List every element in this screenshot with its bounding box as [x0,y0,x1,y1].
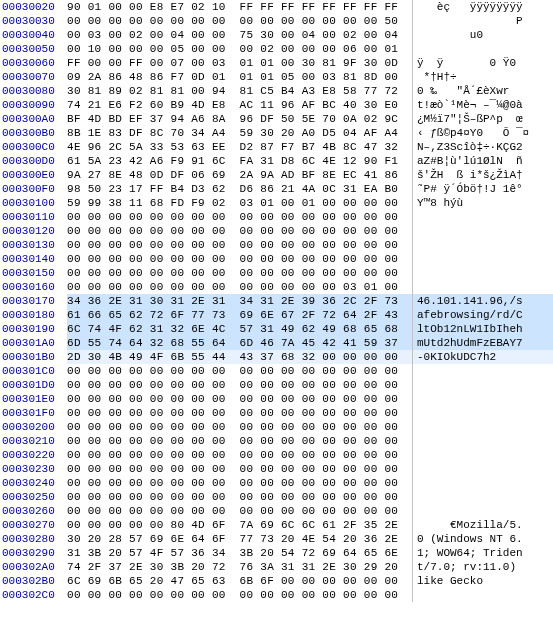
ascii-cell[interactable]: 0 ‰ "Å´£èXwr [412,84,553,98]
hex-cell[interactable]: 61 5A 23 42 A6 F9 91 6C FA 31 D8 6C 4E 1… [67,154,412,168]
hex-row[interactable]: 000300D061 5A 23 42 A6 F9 91 6C FA 31 D8… [0,154,553,168]
ascii-cell[interactable] [412,42,553,56]
hex-cell[interactable]: 90 01 00 00 E8 E7 02 10 FF FF FF FF FF F… [67,0,412,14]
ascii-cell[interactable]: *†H†÷ [412,70,553,84]
hex-cell[interactable]: 00 00 00 00 00 00 00 00 00 00 00 00 00 0… [67,364,412,378]
hex-cell[interactable]: 00 00 00 00 00 00 00 00 00 00 00 00 00 0… [67,588,412,602]
ascii-cell[interactable] [412,210,553,224]
hex-row[interactable]: 000301D000 00 00 00 00 00 00 00 00 00 00… [0,378,553,392]
ascii-cell[interactable]: ÿ ÿ 0 Ÿ0 [412,56,553,70]
hex-cell[interactable]: 00 00 00 00 00 00 00 00 00 00 00 00 00 0… [67,476,412,490]
hex-row[interactable]: 0003025000 00 00 00 00 00 00 00 00 00 00… [0,490,553,504]
hex-cell[interactable]: 74 21 E6 F2 60 B9 4D E8 AC 11 96 AF BC 4… [67,98,412,112]
ascii-cell[interactable]: èç ÿÿÿÿÿÿÿÿ [412,0,553,14]
hex-row[interactable]: 0003024000 00 00 00 00 00 00 00 00 00 00… [0,476,553,490]
ascii-cell[interactable] [412,252,553,266]
hex-row[interactable]: 000302B06C 69 6B 65 20 47 65 63 6B 6F 00… [0,574,553,588]
ascii-cell[interactable] [412,476,553,490]
ascii-cell[interactable]: like Gecko [412,574,553,588]
hex-cell[interactable]: 00 00 00 00 00 00 00 00 00 00 00 00 00 0… [67,420,412,434]
ascii-cell[interactable]: mUtd2hUdmFzEBAY7 [412,336,553,350]
hex-row[interactable]: 000300A0BF 4D BD EF 37 94 A6 8A 96 DF 50… [0,112,553,126]
ascii-cell[interactable]: t!æò`¹Mè¬ –¯¼@0à [412,98,553,112]
hex-row[interactable]: 0003014000 00 00 00 00 00 00 00 00 00 00… [0,252,553,266]
hex-row[interactable]: 0003012000 00 00 00 00 00 00 00 00 00 00… [0,224,553,238]
hex-cell[interactable]: 6D 55 74 64 32 68 55 64 6D 46 7A 45 42 4… [67,336,412,350]
ascii-cell[interactable] [412,504,553,518]
hex-cell[interactable]: 00 00 00 00 00 00 00 00 00 00 00 00 00 0… [67,238,412,252]
ascii-cell[interactable]: t/7.0; rv:11.0) [412,560,553,574]
hex-cell[interactable]: 2D 30 4B 49 4F 6B 55 44 43 37 68 32 00 0… [67,350,412,364]
hex-row[interactable]: 0003023000 00 00 00 00 00 00 00 00 00 00… [0,462,553,476]
hex-cell[interactable]: 98 50 23 17 FF B4 D3 62 D6 86 21 4A 0C 3… [67,182,412,196]
hex-row[interactable]: 0003011000 00 00 00 00 00 00 00 00 00 00… [0,210,553,224]
hex-row[interactable]: 000302C000 00 00 00 00 00 00 00 00 00 00… [0,588,553,602]
hex-cell[interactable]: 31 3B 20 57 4F 57 36 34 3B 20 54 72 69 6… [67,546,412,560]
hex-row[interactable]: 0003029031 3B 20 57 4F 57 36 34 3B 20 54… [0,546,553,560]
hex-cell[interactable]: 4E 96 2C 5A 33 53 63 EE D2 87 F7 B7 4B 8… [67,140,412,154]
ascii-cell[interactable]: aZ#B¦ù'lú1ØlN ñ [412,154,553,168]
hex-cell[interactable]: BF 4D BD EF 37 94 A6 8A 96 DF 50 5E 70 0… [67,112,412,126]
hex-cell[interactable]: 00 00 00 00 00 00 00 00 00 00 00 00 00 0… [67,14,412,28]
hex-cell[interactable]: 6C 69 6B 65 20 47 65 63 6B 6F 00 00 00 0… [67,574,412,588]
ascii-cell[interactable]: 1; WOW64; Triden [412,546,553,560]
ascii-cell[interactable]: 0 (Windows NT 6. [412,532,553,546]
hex-cell[interactable]: 6C 74 4F 62 31 32 6E 4C 57 31 49 62 49 6… [67,322,412,336]
ascii-cell[interactable]: u0 [412,28,553,42]
hex-row[interactable]: 000300B08B 1E 83 DF 8C 70 34 A4 59 30 20… [0,126,553,140]
hex-cell[interactable]: 59 99 38 11 68 FD F9 02 03 01 00 01 00 0… [67,196,412,210]
hex-cell[interactable]: 00 00 00 00 00 00 00 00 00 00 00 00 00 0… [67,378,412,392]
hex-row[interactable]: 0003020000 00 00 00 00 00 00 00 00 00 00… [0,420,553,434]
ascii-cell[interactable]: afebrowsing/rd/C [412,308,553,322]
hex-cell[interactable]: 00 00 00 00 00 00 00 00 00 00 00 00 00 0… [67,490,412,504]
hex-cell[interactable]: 8B 1E 83 DF 8C 70 34 A4 59 30 20 A0 D5 0… [67,126,412,140]
ascii-cell[interactable]: ˜P# ÿ´Óbö†!J 1ê° [412,182,553,196]
hex-cell[interactable]: 00 00 00 00 00 00 00 00 00 00 00 00 00 0… [67,504,412,518]
hex-row[interactable]: 000300C04E 96 2C 5A 33 53 63 EE D2 87 F7… [0,140,553,154]
hex-row[interactable]: 00030060FF 00 00 FF 00 07 00 03 01 01 00… [0,56,553,70]
hex-cell[interactable]: 00 03 00 02 00 04 00 00 75 30 00 04 00 0… [67,28,412,42]
hex-row[interactable]: 0003021000 00 00 00 00 00 00 00 00 00 00… [0,434,553,448]
ascii-cell[interactable]: €Mozilla/5. [412,518,553,532]
ascii-cell[interactable]: ‹ ƒß©p4¤Y0 Õ ¯¤ [412,126,553,140]
hex-row[interactable]: 0003016000 00 00 00 00 00 00 00 00 00 00… [0,280,553,294]
hex-cell[interactable]: 00 00 00 00 00 00 00 00 00 00 00 00 00 0… [67,462,412,476]
hex-cell[interactable]: 00 00 00 00 00 00 00 00 00 00 00 00 00 0… [67,406,412,420]
hex-row[interactable]: 0003004000 03 00 02 00 04 00 00 75 30 00… [0,28,553,42]
hex-row[interactable]: 0003017034 36 2E 31 30 31 2E 31 34 31 2E… [0,294,553,308]
hex-row[interactable]: 0003018061 66 65 62 72 6F 77 73 69 6E 67… [0,308,553,322]
ascii-cell[interactable]: -0KIOkUDC7h2 [412,350,553,364]
hex-row[interactable]: 0003008030 81 89 02 81 81 00 94 81 C5 B4… [0,84,553,98]
hex-cell[interactable]: 00 00 00 00 00 00 00 00 00 00 00 00 00 0… [67,434,412,448]
hex-row[interactable]: 0003013000 00 00 00 00 00 00 00 00 00 00… [0,238,553,252]
hex-cell[interactable]: 34 36 2E 31 30 31 2E 31 34 31 2E 39 36 2… [67,294,412,308]
ascii-cell[interactable] [412,224,553,238]
ascii-cell[interactable] [412,490,553,504]
hex-row[interactable]: 0003009074 21 E6 F2 60 B9 4D E8 AC 11 96… [0,98,553,112]
hex-row[interactable]: 0003022000 00 00 00 00 00 00 00 00 00 00… [0,448,553,462]
hex-cell[interactable]: 09 2A 86 48 86 F7 0D 01 01 01 05 00 03 8… [67,70,412,84]
hex-cell[interactable]: 00 00 00 00 00 00 00 00 00 00 00 00 00 0… [67,392,412,406]
hex-row[interactable]: 000301F000 00 00 00 00 00 00 00 00 00 00… [0,406,553,420]
ascii-cell[interactable]: N–,Z3Scîò‡÷·KÇG2 [412,140,553,154]
hex-row[interactable]: 0003026000 00 00 00 00 00 00 00 00 00 00… [0,504,553,518]
ascii-cell[interactable] [412,238,553,252]
hex-row[interactable]: 000301906C 74 4F 62 31 32 6E 4C 57 31 49… [0,322,553,336]
ascii-cell[interactable]: ¿M½ï7"¦Š–ßP^p œ [412,112,553,126]
hex-row[interactable]: 000302A074 2F 37 2E 30 3B 20 72 76 3A 31… [0,560,553,574]
hex-cell[interactable]: 00 10 00 00 00 05 00 00 00 02 00 00 00 0… [67,42,412,56]
ascii-cell[interactable] [412,448,553,462]
hex-cell[interactable]: FF 00 00 FF 00 07 00 03 01 01 00 30 81 9… [67,56,412,70]
hex-row[interactable]: 000300E09A 27 8E 48 0D DF 06 69 2A 9A AD… [0,168,553,182]
ascii-cell[interactable] [412,420,553,434]
hex-row[interactable]: 000300F098 50 23 17 FF B4 D3 62 D6 86 21… [0,182,553,196]
ascii-cell[interactable] [412,266,553,280]
ascii-cell[interactable] [412,280,553,294]
hex-row[interactable]: 0003002090 01 00 00 E8 E7 02 10 FF FF FF… [0,0,553,14]
hex-cell[interactable]: 00 00 00 00 00 00 00 00 00 00 00 00 00 0… [67,224,412,238]
hex-cell[interactable]: 30 20 28 57 69 6E 64 6F 77 73 20 4E 54 2… [67,532,412,546]
hex-cell[interactable]: 30 81 89 02 81 81 00 94 81 C5 B4 A3 E8 5… [67,84,412,98]
ascii-cell[interactable] [412,392,553,406]
hex-cell[interactable]: 00 00 00 00 00 00 00 00 00 00 00 00 00 0… [67,252,412,266]
hex-cell[interactable]: 00 00 00 00 00 00 00 00 00 00 00 00 00 0… [67,448,412,462]
